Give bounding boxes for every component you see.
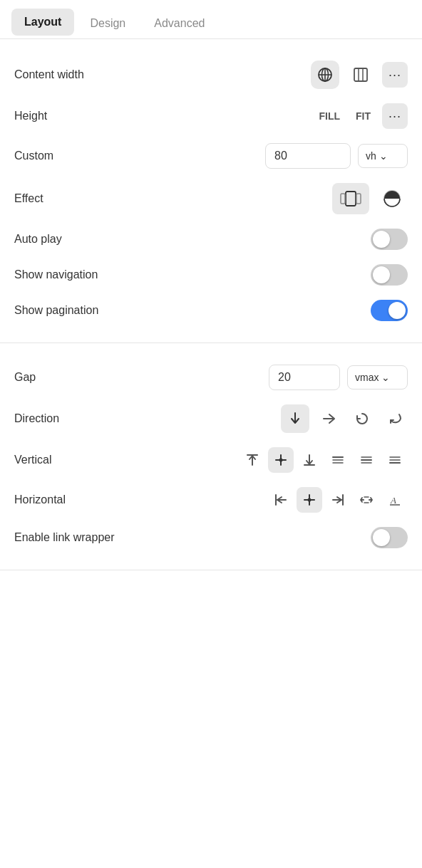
chevron-down-icon: ⌄ [379, 150, 388, 162]
height-more-button[interactable]: ··· [382, 103, 408, 129]
effect-halfcircle-button[interactable] [376, 183, 408, 214]
row-direction: Direction [14, 397, 408, 440]
vertical-top-button[interactable] [240, 447, 265, 473]
horizontal-label: Horizontal [14, 493, 66, 506]
horizontal-expand-button[interactable] [354, 487, 379, 513]
vertical-align2-button[interactable] [354, 447, 379, 473]
gap-value-input[interactable] [269, 365, 340, 390]
horizontal-text-icon: A [388, 493, 401, 506]
horizontal-left-button[interactable] [268, 487, 294, 513]
content-width-more-button[interactable]: ··· [382, 62, 408, 88]
custom-label: Custom [14, 150, 53, 162]
custom-value-input[interactable] [265, 143, 351, 169]
row-height: Height FILL FIT ··· [14, 96, 408, 136]
enable-link-wrapper-toggle[interactable] [371, 527, 408, 548]
row-content-width: Content width ··· [14, 53, 408, 96]
svg-rect-9 [356, 194, 361, 204]
custom-controls: vh ⌄ [265, 143, 408, 169]
content-width-label: Content width [14, 68, 84, 81]
row-show-navigation: Show navigation [14, 257, 408, 293]
height-controls: FILL FIT ··· [314, 103, 408, 129]
row-custom: Custom vh ⌄ [14, 136, 408, 176]
direction-down-icon [288, 412, 302, 426]
enable-link-wrapper-label: Enable link wrapper [14, 531, 115, 544]
direction-loop-button[interactable] [349, 406, 375, 432]
vertical-align3-icon [388, 454, 401, 466]
fit-button[interactable]: FIT [351, 108, 375, 125]
direction-label: Direction [14, 412, 59, 425]
direction-right-button[interactable] [316, 406, 342, 432]
vertical-center-star-icon [274, 454, 287, 466]
layout-icon-button[interactable] [346, 61, 375, 89]
row-show-pagination: Show pagination [14, 293, 408, 328]
vertical-controls [240, 447, 408, 473]
gap-unit-select[interactable]: vmax ⌄ [347, 365, 408, 389]
vertical-align2-icon [360, 454, 373, 466]
carousel-icon [340, 190, 361, 207]
row-effect: Effect [14, 176, 408, 221]
custom-unit-value: vh [366, 150, 376, 162]
horizontal-controls: A [268, 487, 408, 513]
row-auto-play: Auto play [14, 221, 408, 257]
svg-point-19 [279, 459, 283, 462]
show-pagination-toggle[interactable] [371, 300, 408, 321]
tab-advanced[interactable]: Advanced [141, 10, 217, 37]
svg-rect-7 [346, 192, 356, 206]
horizontal-right-icon [331, 493, 344, 506]
show-navigation-label: Show navigation [14, 268, 98, 281]
content-width-controls: ··· [311, 61, 408, 89]
layout-icon [353, 67, 369, 83]
direction-reverse-icon [387, 411, 403, 427]
row-enable-link-wrapper: Enable link wrapper [14, 520, 408, 555]
globe-icon [317, 67, 333, 83]
vertical-bottom-icon [303, 454, 316, 466]
direction-down-button[interactable] [281, 404, 309, 433]
svg-rect-8 [341, 194, 345, 204]
horizontal-right-button[interactable] [325, 487, 351, 513]
tabs-bar: Layout Design Advanced [0, 0, 422, 39]
vertical-bottom-button[interactable] [297, 447, 322, 473]
vertical-align1-button[interactable] [325, 447, 351, 473]
globe-button[interactable] [311, 61, 339, 89]
fill-button[interactable]: FILL [314, 108, 344, 125]
vertical-align1-icon [331, 454, 344, 466]
direction-reverse-button[interactable] [382, 406, 408, 432]
horizontal-center-star-icon [303, 493, 316, 506]
horizontal-expand-icon [360, 493, 373, 506]
dots-icon: ··· [388, 68, 401, 83]
effect-controls [332, 183, 408, 214]
vertical-top-icon [246, 454, 259, 466]
vertical-center-button[interactable] [268, 447, 294, 473]
row-vertical: Vertical [14, 440, 408, 480]
effect-carousel-button[interactable] [332, 183, 369, 214]
height-dots-icon: ··· [388, 109, 401, 124]
direction-controls [281, 404, 408, 433]
direction-right-icon [321, 411, 337, 427]
custom-unit-select[interactable]: vh ⌄ [358, 144, 408, 168]
gap-controls: vmax ⌄ [269, 365, 408, 390]
gap-chevron-icon: ⌄ [381, 372, 390, 383]
show-navigation-toggle[interactable] [371, 264, 408, 286]
horizontal-text-button[interactable]: A [382, 487, 408, 513]
svg-text:A: A [390, 495, 396, 506]
svg-point-37 [308, 498, 312, 502]
horizontal-center-button[interactable] [297, 487, 322, 513]
vertical-label: Vertical [14, 454, 51, 466]
svg-rect-4 [354, 68, 367, 81]
vertical-align3-button[interactable] [382, 447, 408, 473]
show-pagination-label: Show pagination [14, 304, 98, 317]
tab-layout[interactable]: Layout [11, 9, 74, 36]
effect-label: Effect [14, 192, 43, 205]
tab-design[interactable]: Design [77, 10, 138, 37]
row-gap: Gap vmax ⌄ [14, 357, 408, 397]
section-layout-main: Content width ··· [0, 39, 422, 343]
auto-play-toggle[interactable] [371, 229, 408, 250]
halfcircle-icon [382, 189, 402, 209]
horizontal-left-icon [274, 493, 287, 506]
gap-label: Gap [14, 371, 36, 384]
section-alignment: Gap vmax ⌄ Direction [0, 343, 422, 570]
direction-loop-icon [354, 411, 370, 427]
auto-play-label: Auto play [14, 233, 62, 246]
gap-unit-value: vmax [355, 372, 379, 383]
row-horizontal: Horizontal [14, 480, 408, 520]
